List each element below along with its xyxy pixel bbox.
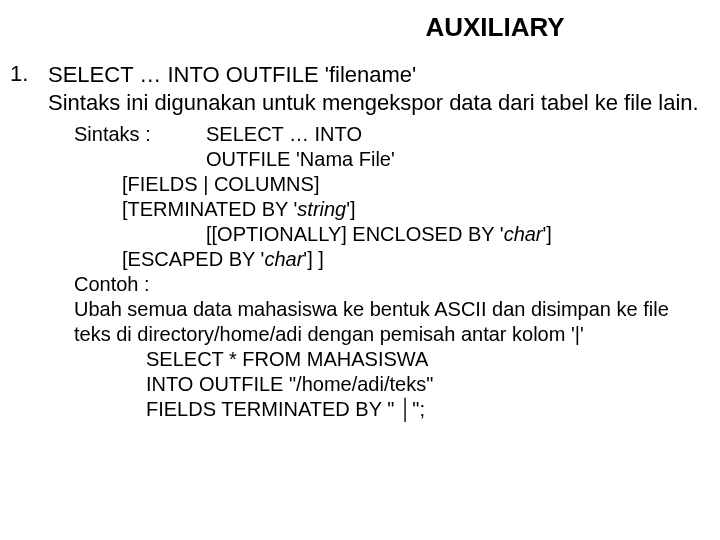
syntax-line-3: [FIELDS | COLUMNS] — [122, 172, 700, 197]
syntax-label: Sintaks : — [74, 122, 206, 172]
syntax-line-6: [ESCAPED BY 'char'] ] — [122, 247, 700, 272]
syntax-line-5: [[OPTIONALLY] ENCLOSED BY 'char'] — [206, 222, 700, 247]
slide-title: AUXILIARY — [10, 12, 700, 43]
slide-content: AUXILIARY 1. SELECT … INTO OUTFILE 'file… — [0, 0, 720, 432]
list-body: SELECT … INTO OUTFILE 'filename' Sintaks… — [48, 61, 700, 116]
statement-line-1: SELECT … INTO OUTFILE 'filename' — [48, 61, 700, 89]
contoh-label: Contoh : — [74, 272, 700, 297]
example-line-1: SELECT * FROM MAHASISWA — [146, 347, 700, 372]
example-line-2: INTO OUTFILE "/home/adi/teks" — [146, 372, 700, 397]
contoh-text: Ubah semua data mahasiswa ke bentuk ASCI… — [74, 297, 700, 347]
syntax-line-2: OUTFILE 'Nama File' — [206, 147, 700, 172]
syntax-line-1: SELECT … INTO — [206, 122, 700, 147]
statement-line-2: Sintaks ini digunakan untuk mengekspor d… — [48, 89, 700, 117]
list-number: 1. — [10, 61, 48, 87]
syntax-block: Sintaks : SELECT … INTO OUTFILE 'Nama Fi… — [74, 122, 700, 422]
syntax-line-4: [TERMINATED BY 'string'] — [122, 197, 700, 222]
example-line-3: FIELDS TERMINATED BY " │"; — [146, 397, 700, 422]
list-item-1: 1. SELECT … INTO OUTFILE 'filename' Sint… — [10, 61, 700, 116]
